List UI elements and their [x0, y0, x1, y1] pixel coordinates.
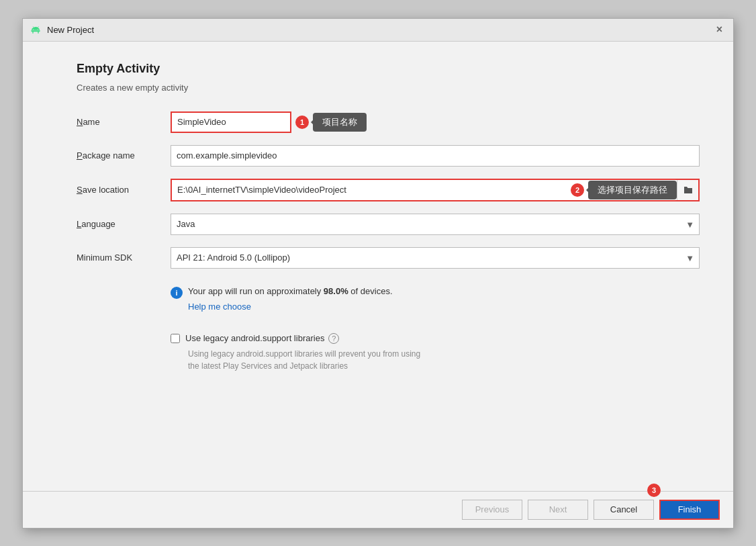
- min-sdk-row: Minimum SDK API 21: Android 5.0 (Lollipo…: [77, 247, 700, 269]
- language-label: Language: [77, 219, 171, 229]
- language-row: Language Java Kotlin ▼: [77, 214, 700, 235]
- info-section: i Your app will run on approximately 98.…: [171, 286, 700, 321]
- badge-3: 3: [647, 484, 661, 497]
- min-sdk-select[interactable]: API 21: Android 5.0 (Lollipop) API 16: A…: [171, 247, 700, 269]
- save-location-tooltip: 选择项目保存路径: [588, 181, 677, 199]
- min-sdk-label: Minimum SDK: [77, 253, 171, 263]
- name-input[interactable]: [171, 111, 291, 133]
- help-me-choose-link[interactable]: Help me choose: [188, 302, 700, 312]
- android-logo-icon: [30, 24, 42, 36]
- package-name-field: [171, 145, 700, 167]
- info-line: i Your app will run on approximately 98.…: [171, 286, 700, 299]
- save-location-field-wrapper: 2 选择项目保存路径: [171, 179, 700, 201]
- legacy-checkbox-row: Use legacy android.support libraries ?: [171, 333, 700, 344]
- save-location-label: Save location: [77, 185, 171, 195]
- cancel-button[interactable]: Cancel: [594, 500, 654, 520]
- finish-button[interactable]: Finish: [659, 500, 720, 520]
- close-button[interactable]: ×: [712, 23, 726, 36]
- activity-title: Empty Activity: [77, 62, 700, 76]
- legacy-section: Use legacy android.support libraries ? U…: [171, 333, 700, 372]
- legacy-help-icon[interactable]: ?: [328, 333, 339, 344]
- name-field-wrapper: 1 项目名称: [171, 111, 700, 133]
- new-project-dialog: New Project × Empty Activity Creates a n…: [22, 18, 734, 529]
- info-icon: i: [171, 287, 183, 299]
- browse-folder-button[interactable]: [677, 180, 698, 200]
- package-name-label: Package name: [77, 150, 171, 161]
- subtitle: Creates a new empty activity: [77, 83, 700, 93]
- name-label: Name: [77, 117, 171, 127]
- language-select[interactable]: Java Kotlin: [171, 214, 700, 235]
- badge-1: 1: [295, 116, 309, 129]
- next-button[interactable]: Next: [528, 500, 588, 520]
- save-location-input[interactable]: [172, 180, 567, 200]
- save-location-input-wrapper: 2 选择项目保存路径: [171, 179, 700, 201]
- legacy-desc-line2: the latest Play Services and Jetpack lib…: [188, 361, 348, 371]
- min-sdk-field: API 21: Android 5.0 (Lollipop) API 16: A…: [171, 247, 700, 269]
- language-field: Java Kotlin ▼: [171, 214, 700, 235]
- package-name-input[interactable]: [171, 145, 700, 167]
- package-name-row: Package name: [77, 145, 700, 167]
- save-location-row: Save location 2 选择项目保存路径: [77, 179, 700, 201]
- dialog-content: Empty Activity Creates a new empty activ…: [23, 42, 733, 491]
- name-row: Name 1 项目名称: [77, 111, 700, 133]
- dialog-footer: 3 Previous Next Cancel Finish: [23, 491, 733, 528]
- badge-2: 2: [571, 183, 584, 197]
- title-bar: New Project ×: [23, 19, 733, 42]
- previous-button[interactable]: Previous: [462, 500, 522, 520]
- dialog-title: New Project: [47, 25, 712, 35]
- legacy-description: Using legacy android.support libraries w…: [188, 348, 700, 372]
- legacy-desc-line1: Using legacy android.support libraries w…: [188, 349, 420, 359]
- legacy-checkbox[interactable]: [171, 334, 180, 343]
- info-text: Your app will run on approximately 98.0%…: [188, 286, 393, 296]
- name-tooltip: 项目名称: [313, 113, 367, 132]
- legacy-checkbox-label: Use legacy android.support libraries: [185, 333, 324, 343]
